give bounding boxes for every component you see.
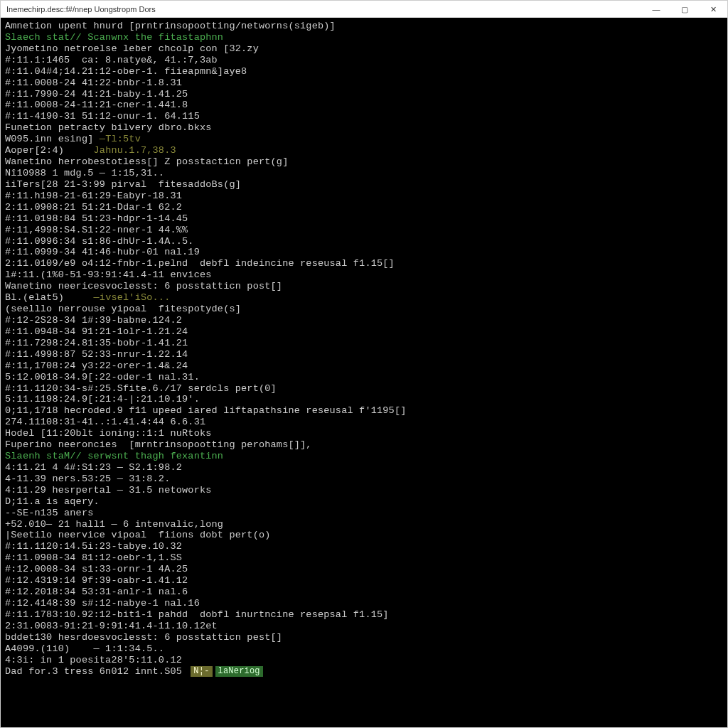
terminal-line: #:11.04#4;14.21:12-ober-1. fiieapmn&]aye… <box>5 66 723 77</box>
terminal-line: #:11.4998:87 52:33-nrur-1.22.14 <box>5 349 723 360</box>
terminal-line: 5:12.0018-34.9[:22-oder-1 nal.31. <box>5 372 723 383</box>
terminal-line: W095.inn esing] —Tl:5tv <box>5 134 723 145</box>
maximize-button[interactable]: ▢ <box>670 1 699 18</box>
terminal-line: Wanetino neericesvoclesst: 6 posstatticn… <box>5 281 723 292</box>
terminal-line: #:11,4998:S4.S1:22-nner-1 44.%% <box>5 225 723 236</box>
terminal-line: #:12-2S28-34 1#:39-babne.124.2 <box>5 315 723 326</box>
terminal-line: A4099.(1i0) — 1:1:34.5.. <box>5 643 723 655</box>
terminal-line: Slaech stat// Scanwnx the fitastaphnn <box>5 32 723 43</box>
terminal-line: #:11.7990-24 41:21-baby-1.41.25 <box>5 89 723 100</box>
terminal-line: #:12.4319:14 9f:39-oabr-1.41.12 <box>5 575 723 587</box>
terminal-line: 4-11.39 ners.53:25 — 31:8.2. <box>5 473 723 485</box>
terminal-line: #:11.1:1465 ca: 8.natye&, 41.:7,3ab <box>5 55 723 66</box>
terminal-line: #:11.0996:34 s1:86-dhUr-1.4A..5. <box>5 236 723 247</box>
terminal-line: --SE-n135 aners <box>5 508 723 519</box>
terminal-line: 4:3i: in 1 poesita28'5:11.0.12 <box>5 655 723 666</box>
terminal-line: 4:11.29 hesrpertal — 31.5 netoworks <box>5 485 723 496</box>
terminal-line: #:11.0008-24-11:21-cner-1.441.8 <box>5 100 723 111</box>
terminal-line: Jyometino netroelse leber chcolp con [32… <box>5 43 723 55</box>
status-chip: N¦- <box>191 666 212 676</box>
terminal-line: bddet130 hesrdoesvoclesst: 6 posstatticn… <box>5 632 723 643</box>
terminal-line: Hodel [11:20blt ioning::1:1 nuRtoks <box>5 428 723 439</box>
terminal-line: #:11-4190-31 51:12-onur-1. 64.115 <box>5 111 723 122</box>
terminal-line: #:11.1783:10.92:12-bit1-1 pahdd dobfl in… <box>5 609 723 621</box>
terminal-line: Amnetion upent hnurd [prntrinsopootting/… <box>5 21 723 32</box>
titlebar[interactable]: Inemechirp.desc:f#/nnep Uongstropm Dors … <box>1 1 727 18</box>
terminal-line: 4:11.21 4 4#:S1:23 — S2.1:98.2 <box>5 462 723 473</box>
terminal-line: +52.010— 21 hall1 — 6 intenvalic,long <box>5 519 723 530</box>
minimize-button[interactable]: — <box>642 1 670 18</box>
terminal-line: |Seetilo neervice vipoal fiions dobt per… <box>5 530 723 541</box>
terminal-line: #:11.7298:24.81:35-bobr-1.41.21 <box>5 338 723 349</box>
terminal-line: Funetion petracty bilvery dbro.bkxs <box>5 122 723 134</box>
status-line: Dad for.3 tress 6n012 innt.S05 N¦-laNeri… <box>5 666 723 678</box>
window-title: Inemechirp.desc:f#/nnep Uongstropm Dors <box>6 5 156 14</box>
terminal-line: #:12.4148:39 s#:12-nabye-1 nal.16 <box>5 598 723 609</box>
terminal-line: #:11.h198-21-61:29-Eabyr-18.31 <box>5 191 723 202</box>
terminal-line: 2:31.0083-91:21-9:91:41.4-11.10.12et <box>5 621 723 632</box>
terminal-line: Slaenh staM// serwsnt thagh fexantinn <box>5 451 723 462</box>
terminal-line: #:11.1120:14.5i:23-tabye.10.32 <box>5 541 723 552</box>
terminal-line: #:11.0948-34 91:21-1olr-1.21.24 <box>5 326 723 338</box>
terminal-line: #:12.2018:34 53:31-anlr-1 nal.6 <box>5 587 723 598</box>
terminal-line: D;11.a is aqery. <box>5 496 723 508</box>
terminal-line: Wanetino herrobestotless[] Z posstacticn… <box>5 156 723 168</box>
terminal-line: Fuperino neeroncies [mrntrinsopootting p… <box>5 439 723 451</box>
close-button[interactable]: ✕ <box>699 1 727 18</box>
terminal-window: Inemechirp.desc:f#/nnep Uongstropm Dors … <box>0 0 728 728</box>
terminal-output[interactable]: Amnetion upent hnurd [prntrinsopootting/… <box>1 18 727 727</box>
terminal-line: 0;11,1718 hecroded.9 f11 upeed iared lif… <box>5 405 723 417</box>
window-controls: — ▢ ✕ <box>642 1 727 17</box>
terminal-line: iiTers[28 21-3:99 pirval fitesaddoBs(g] <box>5 179 723 191</box>
terminal-line: (seelllo nerrouse yipoal fitespotyde(s] <box>5 304 723 315</box>
terminal-line: Nî10988 1 mdg.5 — 1:15,31.. <box>5 168 723 179</box>
terminal-line: 274.11108:31-41..:1.41.4:44 6.6.31 <box>5 417 723 428</box>
terminal-line: Bl.(elat5) —ivsel'iSo... <box>5 292 723 304</box>
terminal-line: 2:11.0908:21 51:21-Ddar-1 62.2 <box>5 202 723 213</box>
status-prefix: Dad for.3 tress 6n012 innt.S05 <box>5 666 188 678</box>
terminal-line: Aoper[2:4) Jahnu.1.7,38.3 <box>5 145 723 156</box>
terminal-line: l#:11.(1%0-51-93:91:41.4-11 envices <box>5 269 723 281</box>
terminal-line: #:11.0908-34 81:12-oebr-1,1.SS <box>5 552 723 564</box>
status-chip: laNeriog <box>215 666 263 676</box>
terminal-line: #:11,1708:24 y3:22-orer-1.4&.24 <box>5 360 723 372</box>
terminal-line: #:11.0008-24 41:22-bnbr-1.8.31 <box>5 77 723 89</box>
terminal-line: #:11.0999-34 41:46-hubr-01 nal.19 <box>5 247 723 258</box>
terminal-line: #:11.0198:84 51:23-hdpr-1-14.45 <box>5 213 723 225</box>
terminal-line: 5:11.1198:24.9[:21:4-|:21.10.19'. <box>5 394 723 405</box>
terminal-line: 2:11.0109/e9 o4:12-fnbr-1.pelnd debfl in… <box>5 258 723 269</box>
terminal-line: #:12.0008-34 s1:33-ornr-1 4A.25 <box>5 564 723 575</box>
terminal-line: #:11.1120:34-s#:25.Sfite.6./17 serdcls p… <box>5 383 723 395</box>
